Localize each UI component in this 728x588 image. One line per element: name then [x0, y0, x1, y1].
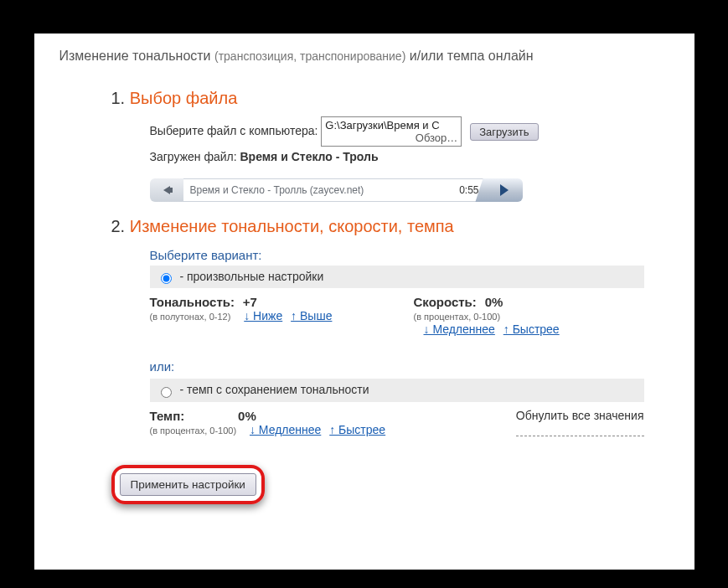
tempo-slower-link[interactable]: ↓ Медленнее [250, 423, 321, 436]
page-title: Изменение тональности (транспозиция, тра… [59, 49, 669, 64]
loaded-label: Загружен файл: [150, 150, 237, 163]
section-2-title: Изменение тональности, скорости, темпа [130, 217, 454, 235]
browse-label: Обзор… [416, 132, 458, 144]
apply-button[interactable]: Применить настройки [120, 473, 256, 496]
speed-label: Скорость: [414, 295, 477, 309]
player-track[interactable]: Время и Стекло - Тролль (zaycev.net) 0:5… [183, 178, 486, 202]
section-1-heading: 1. Выбор файла [111, 89, 669, 108]
tempo-note: (в процентах, 0-100) [150, 426, 237, 436]
title-sub: (транспозиция, транспонирование) [214, 49, 405, 63]
tempo-row: Темп: 0% (в процентах, 0-100) ↓ Медленне… [150, 409, 644, 436]
title-main: Изменение тональности [59, 49, 211, 63]
play-icon [500, 184, 509, 196]
radio-tempo[interactable] [161, 387, 172, 398]
file-choose-line: Выберите файл с компьютера: G:\Загрузки\… [150, 116, 644, 147]
params-row: Тональность: +7 (в полутонах, 0-12) ↓ Ни… [150, 295, 644, 336]
tempo-block: Темп: 0% (в процентах, 0-100) ↓ Медленне… [150, 409, 422, 436]
loaded-filename: Время и Стекло - Троль [240, 150, 378, 163]
speed-faster-link[interactable]: ↑ Быстрее [503, 322, 560, 336]
tone-higher-link[interactable]: ↑ Выше [291, 309, 332, 322]
page: Изменение тональности (транспозиция, тра… [34, 34, 694, 570]
tone-value: +7 [243, 295, 257, 309]
file-path: G:\Загрузки\Время и С [325, 119, 439, 132]
title-tail: и/или темпа онлайн [410, 49, 534, 63]
player-time: 0:55 [459, 184, 478, 196]
tone-lower-link[interactable]: ↓ Ниже [244, 309, 282, 322]
audio-player: Время и Стекло - Тролль (zaycev.net) 0:5… [150, 178, 523, 202]
volume-button[interactable] [150, 178, 183, 202]
choose-label: Выберите файл с компьютера: [150, 124, 318, 137]
section-1-title: Выбор файла [130, 89, 238, 107]
section-1-body: Выберите файл с компьютера: G:\Загрузки\… [150, 116, 644, 202]
play-button[interactable] [486, 178, 523, 202]
tone-note: (в полутонах, 0-12) [150, 312, 231, 322]
speed-slower-link[interactable]: ↓ Медленнее [424, 322, 495, 336]
tone-label: Тональность: [150, 295, 235, 309]
speaker-icon [163, 186, 170, 194]
file-input[interactable]: G:\Загрузки\Время и С Обзор… [321, 116, 462, 147]
section-2-heading: 2. Изменение тональности, скорости, темп… [111, 217, 669, 236]
or-label: или: [150, 359, 644, 374]
section-1-num: 1. [111, 89, 126, 107]
upload-button[interactable]: Загрузить [470, 123, 538, 141]
speed-note: (в процентах, 0-100) [414, 312, 501, 322]
option-tempo-row[interactable]: - темп с сохранением тональности [150, 379, 644, 401]
option-tempo-label: - темп с сохранением тональности [179, 383, 369, 396]
section-2-body: Выберите вариант: - произвольные настрой… [150, 248, 644, 436]
radio-custom[interactable] [161, 273, 172, 284]
section-2-num: 2. [111, 217, 126, 235]
speed-block: Скорость: 0% (в процентах, 0-100) ↓ Медл… [414, 295, 644, 336]
player-title: Время и Стекло - Тролль (zaycev.net) [190, 184, 364, 196]
apply-wrap: Применить настройки [111, 465, 669, 504]
speed-value: 0% [485, 295, 503, 309]
apply-highlight: Применить настройки [111, 465, 265, 504]
tempo-value: 0% [238, 409, 256, 423]
choose-variant-label: Выберите вариант: [150, 248, 644, 262]
loaded-line: Загружен файл: Время и Стекло - Троль [150, 150, 644, 163]
option-custom-label: - произвольные настройки [179, 270, 323, 283]
tempo-faster-link[interactable]: ↑ Быстрее [329, 423, 385, 436]
option-custom-row[interactable]: - произвольные настройки [150, 266, 644, 288]
reset-link[interactable]: Обнулить все значения [516, 409, 644, 436]
tempo-label: Темп: [150, 409, 185, 423]
tone-block: Тональность: +7 (в полутонах, 0-12) ↓ Ни… [150, 295, 380, 336]
